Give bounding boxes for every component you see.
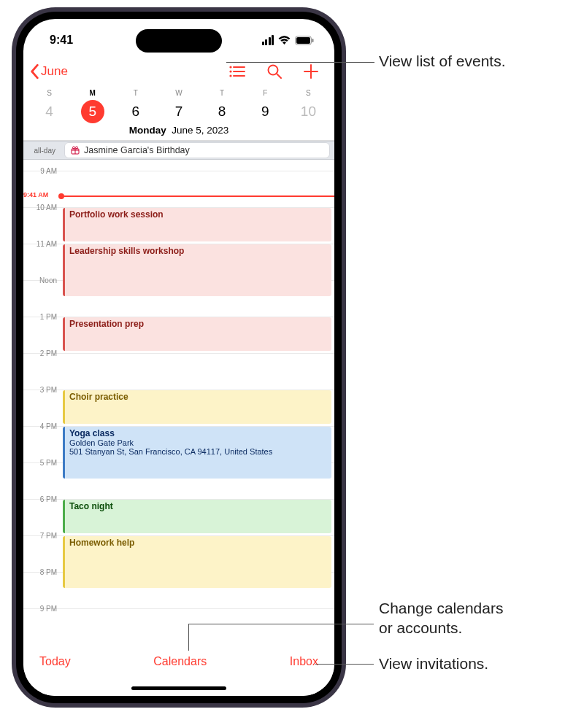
week-day-8[interactable]: T8 <box>201 89 244 123</box>
svg-rect-2 <box>312 39 314 42</box>
hour-label: 3 PM <box>23 386 60 394</box>
callout-line-3 <box>315 664 374 665</box>
week-day-10[interactable]: S10 <box>287 89 330 123</box>
hour-label: 6 PM <box>23 495 60 503</box>
week-day-number: 5 <box>81 100 104 123</box>
svg-point-3 <box>229 66 231 68</box>
phone-frame: 9:41 June <box>12 7 346 708</box>
week-day-number: 10 <box>296 100 320 123</box>
date-rest: June 5, 2023 <box>172 125 228 136</box>
hour-label: 1 PM <box>23 313 60 321</box>
event[interactable]: Choir practice <box>63 390 331 424</box>
event-location: Golden Gate Park <box>69 438 327 447</box>
week-dow: S <box>28 89 71 97</box>
date-label: Monday June 5, 2023 <box>23 123 334 141</box>
event-title: Choir practice <box>69 392 327 402</box>
search-icon <box>267 64 282 79</box>
event-title: Yoga class <box>69 428 327 438</box>
back-button[interactable]: June <box>28 63 68 80</box>
screen: 9:41 June <box>23 19 334 696</box>
app-header: June <box>23 57 334 86</box>
week-day-number: 4 <box>38 100 61 123</box>
cellular-icon <box>262 35 274 45</box>
back-label: June <box>41 64 68 79</box>
callout-line-2 <box>188 624 374 624</box>
dynamic-island <box>136 29 222 53</box>
week-day-6[interactable]: T6 <box>114 89 157 123</box>
svg-point-16 <box>73 147 75 149</box>
status-icons <box>262 31 315 45</box>
timeline[interactable]: 9 AM10 AM11 AMNoon1 PM2 PM3 PM4 PM5 PM6 … <box>23 160 334 634</box>
week-row: S4M5T6W7T8F9S10 <box>23 89 334 123</box>
now-line <box>60 195 334 197</box>
event[interactable]: Leadership skills workshop <box>63 244 331 296</box>
status-time: 9:41 <box>50 29 73 47</box>
week-dow: S <box>287 89 330 97</box>
week-day-number: 8 <box>210 100 234 123</box>
week-day-7[interactable]: W7 <box>157 89 200 123</box>
list-view-button[interactable] <box>229 65 245 78</box>
hour-label: 9 AM <box>23 167 60 175</box>
week-day-4[interactable]: S4 <box>28 89 71 123</box>
add-event-button[interactable] <box>304 64 318 79</box>
chevron-left-icon <box>28 63 41 80</box>
allday-label: all-day <box>23 147 58 155</box>
hour-label: 10 AM <box>23 204 60 212</box>
header-actions <box>229 64 324 79</box>
bottom-toolbar: Today Calendars Inbox <box>23 649 334 696</box>
hour-label: 8 PM <box>23 568 60 576</box>
svg-rect-1 <box>296 37 310 44</box>
week-day-number: 6 <box>124 100 147 123</box>
hour-label: 9 PM <box>23 605 60 613</box>
hour-line: 9 AM <box>23 171 334 171</box>
event-title: Taco night <box>69 501 327 511</box>
event[interactable]: Presentation prep <box>63 317 331 351</box>
hour-line: 9 PM <box>23 608 334 609</box>
week-dow: T <box>114 89 157 97</box>
battery-icon <box>295 36 314 45</box>
callout-line-2v <box>188 624 189 651</box>
today-button[interactable]: Today <box>39 655 71 668</box>
week-dow: W <box>157 89 200 97</box>
hour-line: 2 PM <box>23 353 334 354</box>
callout-view-invitations: View invitations. <box>379 654 488 673</box>
event[interactable]: Yoga classGolden Gate Park501 Stanyan St… <box>63 427 331 479</box>
event[interactable]: Portfolio work session <box>63 208 331 241</box>
callout-change-calendars: Change calendarsor accounts. <box>379 598 503 638</box>
hour-label: 5 PM <box>23 459 60 467</box>
week-day-number: 9 <box>253 100 277 123</box>
list-icon <box>229 65 245 78</box>
event[interactable]: Homework help <box>63 536 331 588</box>
event-title: Leadership skills workshop <box>69 246 327 256</box>
event-title: Homework help <box>69 538 327 548</box>
event[interactable]: Taco night <box>63 500 331 533</box>
week-dow: T <box>201 89 244 97</box>
calendars-button[interactable]: Calendars <box>153 655 207 668</box>
week-dow: F <box>244 89 287 97</box>
callout-line-1 <box>226 62 374 63</box>
svg-line-10 <box>277 74 281 78</box>
week-day-5[interactable]: M5 <box>71 89 114 123</box>
search-button[interactable] <box>267 64 282 79</box>
wifi-icon <box>278 36 291 45</box>
week-day-number: 7 <box>167 100 191 123</box>
callout-list-events: View list of events. <box>379 51 506 71</box>
allday-event[interactable]: Jasmine Garcia's Birthday <box>64 142 330 158</box>
week-dow: M <box>71 89 114 97</box>
phone-inner-frame: 9:41 June <box>16 12 342 703</box>
event-title: Presentation prep <box>69 319 327 329</box>
hour-label: Noon <box>23 276 60 284</box>
plus-icon <box>304 64 318 79</box>
allday-event-title: Jasmine Garcia's Birthday <box>84 145 190 155</box>
hour-label: 4 PM <box>23 422 60 430</box>
home-indicator[interactable] <box>131 686 226 690</box>
now-label: 9:41 AM <box>23 191 48 198</box>
inbox-button[interactable]: Inbox <box>290 655 318 668</box>
svg-point-17 <box>76 147 78 149</box>
event-address: 501 Stanyan St, San Francisco, CA 94117,… <box>69 447 327 456</box>
svg-point-5 <box>229 74 231 77</box>
allday-row: all-day Jasmine Garcia's Birthday <box>23 141 334 160</box>
event-title: Portfolio work session <box>69 209 327 220</box>
week-day-9[interactable]: F9 <box>244 89 287 123</box>
hour-label: 7 PM <box>23 532 60 540</box>
